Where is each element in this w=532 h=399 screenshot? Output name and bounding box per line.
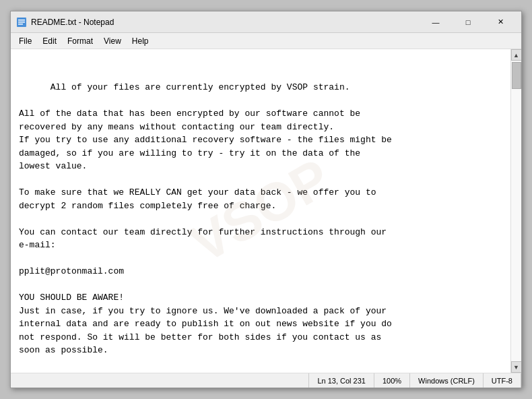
editor-text: All of your files are currently encrypte… [19,82,392,355]
status-bar: Ln 13, Col 231 100% Windows (CRLF) UTF-8 [11,373,521,388]
title-bar: README.txt - Notepad — □ ✕ [11,11,521,33]
scroll-down-arrow[interactable]: ▼ [511,361,522,373]
status-zoom: 100% [374,373,410,388]
window-title: README.txt - Notepad [31,18,420,27]
close-button[interactable]: ✕ [485,12,516,32]
window-controls: — □ ✕ [420,12,516,32]
minimize-button[interactable]: — [420,12,451,32]
scroll-up-arrow[interactable]: ▲ [511,49,522,61]
status-encoding: UTF-8 [484,373,521,388]
menu-file[interactable]: File [13,35,37,47]
vertical-scrollbar[interactable]: ▲ ▼ [510,49,521,373]
status-spacer [11,373,309,388]
app-icon [16,17,27,28]
svg-rect-3 [18,24,23,25]
menu-view[interactable]: View [98,35,127,47]
menu-edit[interactable]: Edit [37,35,62,47]
watermark: VSOP [176,138,346,283]
menu-format[interactable]: Format [62,35,98,47]
scroll-thumb[interactable] [512,62,521,89]
maximize-button[interactable]: □ [453,12,484,32]
notepad-window: README.txt - Notepad — □ ✕ File Edit For… [10,11,522,388]
text-editor[interactable]: VSOP All of your files are currently enc… [11,49,510,373]
scroll-track[interactable] [511,61,521,361]
menu-help[interactable]: Help [127,35,154,47]
status-line-ending: Windows (CRLF) [410,373,484,388]
status-position: Ln 13, Col 231 [309,373,374,388]
svg-rect-2 [18,22,25,23]
content-area: VSOP All of your files are currently enc… [11,49,521,373]
menu-bar: File Edit Format View Help [11,33,521,49]
svg-rect-1 [18,20,25,21]
